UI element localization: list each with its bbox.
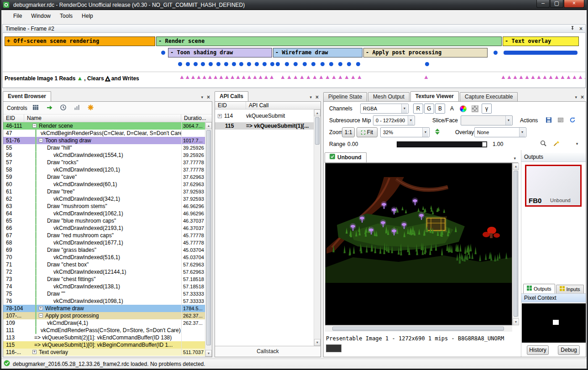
api-call-tree[interactable]: +114vkQueueSubmit115=> vkQueueSubmit(1)[…: [215, 109, 314, 130]
event-row[interactable]: 111vkCmdEndRenderPass(C=Store, D=Store, …: [3, 327, 205, 334]
write-marker[interactable]: ▲: [299, 74, 305, 80]
write-marker[interactable]: ▲: [293, 74, 299, 80]
timeline-event-dot[interactable]: [294, 62, 298, 66]
column-name[interactable]: Name: [24, 115, 181, 122]
event-row[interactable]: 115=> vkQueueSubmit(1)[0]: vkBeginComman…: [3, 341, 205, 349]
scroll-down-icon[interactable]: ▼: [205, 350, 212, 357]
slice-face-select[interactable]: ▾: [461, 115, 513, 125]
write-marker[interactable]: ▲: [263, 74, 269, 80]
autofit-range-button[interactable]: [551, 139, 561, 149]
flip-y-button[interactable]: [432, 127, 442, 137]
debug-button[interactable]: Debug: [558, 345, 580, 355]
timeline-event-dot[interactable]: [216, 62, 220, 66]
timeline-event-dot[interactable]: [320, 62, 325, 66]
event-tree[interactable]: 46-111−Render scene3064.7...47vkCmdBegin…: [3, 122, 205, 357]
write-marker[interactable]: ▲: [280, 74, 286, 80]
callstack-footer[interactable]: Callstack: [215, 346, 320, 357]
range-slider-handle[interactable]: [482, 142, 487, 147]
scroll-up-icon[interactable]: ▲: [205, 122, 212, 129]
tab-api-calls[interactable]: API Calls: [215, 91, 248, 101]
write-marker[interactable]: ▲: [213, 74, 219, 80]
event-row[interactable]: 55Draw "hill"39.25926: [3, 144, 205, 151]
event-browser-scrollbar[interactable]: ▲ ▼: [205, 122, 212, 357]
tab-pipeline-state[interactable]: Pipeline State: [323, 92, 367, 101]
event-row[interactable]: 73Draw "chest fittings"57.18518: [3, 276, 205, 283]
write-marker[interactable]: ▲: [331, 74, 337, 80]
write-marker[interactable]: ▲: [196, 74, 202, 80]
write-marker[interactable]: ▲: [224, 74, 230, 80]
dock-close-icon[interactable]: ×: [315, 95, 319, 99]
timeline-dense-events-bar[interactable]: [504, 51, 578, 55]
event-row[interactable]: 113=> vkQueueSubmit(2)[1]: vkEndCommandB…: [3, 334, 205, 341]
custom-display-button[interactable]: [458, 104, 468, 114]
tab-capture-executable[interactable]: Capture Executable: [460, 92, 518, 101]
menu-help[interactable]: Help: [77, 11, 98, 21]
event-row[interactable]: 70vkCmdDrawIndexed(516,1)45.03704: [3, 254, 205, 261]
event-row[interactable]: 116-...+Text overlay511.7037: [3, 349, 205, 356]
write-marker[interactable]: ▲: [423, 74, 429, 80]
event-row[interactable]: 46-111−Render scene3064.7...: [3, 122, 205, 130]
timeline-event-dot[interactable]: [201, 62, 205, 66]
event-row[interactable]: 107-...−Apply post processing262.37...: [3, 312, 205, 319]
write-marker[interactable]: ▲: [325, 74, 331, 80]
event-row[interactable]: 72vkCmdDrawIndexed(12144,1)57.62963: [3, 268, 205, 276]
timeline-event-dot[interactable]: [239, 62, 243, 66]
write-marker[interactable]: ▲: [305, 74, 311, 80]
event-row[interactable]: 59Draw "cave"37.62963: [3, 173, 205, 181]
menu-tools[interactable]: Tools: [55, 11, 77, 21]
alpha-background-button[interactable]: [470, 104, 480, 114]
write-marker[interactable]: ▲: [566, 74, 572, 80]
event-row[interactable]: 69Draw "grass blades"45.03704: [3, 246, 205, 254]
write-marker[interactable]: ▲: [235, 74, 241, 80]
green-channel-toggle[interactable]: G: [424, 104, 434, 114]
timeline-event-dot[interactable]: [178, 62, 182, 66]
write-marker[interactable]: ▲: [530, 74, 536, 80]
tab-inputs[interactable]: Inputs: [556, 285, 584, 293]
mip-select[interactable]: 0 - 1272x690▾: [373, 115, 415, 125]
write-marker[interactable]: ▲: [201, 74, 207, 80]
history-button[interactable]: History: [527, 345, 549, 355]
minimize-button[interactable]: –: [536, 0, 550, 8]
toolbar-overflow-icon[interactable]: ▾: [574, 140, 580, 148]
dock-close-icon[interactable]: ×: [207, 95, 210, 99]
write-marker[interactable]: ▲: [578, 74, 583, 80]
timeline-event-dot[interactable]: [493, 51, 498, 55]
write-marker[interactable]: ▲: [344, 74, 350, 80]
write-marker[interactable]: ▲: [337, 74, 343, 80]
menu-window[interactable]: Window: [26, 11, 55, 21]
event-row[interactable]: 62vkCmdDrawIndexed(342,1)37.92593: [3, 195, 205, 203]
timeline-event-dot[interactable]: [255, 62, 259, 66]
dock-menu-icon[interactable]: ▾: [201, 95, 203, 99]
api-row[interactable]: 115=> vkQueueSubmit(1)[...: [215, 122, 314, 130]
event-row[interactable]: 47vkCmdBeginRenderPass(C=Clear, D=Clear,…: [3, 130, 205, 137]
scroll-thumb[interactable]: [206, 130, 211, 345]
timeline-event-dot[interactable]: [194, 62, 198, 66]
column-duration[interactable]: Duratio...: [181, 115, 212, 122]
timeline-marker-bar[interactable]: - Render scene: [156, 36, 502, 46]
event-row[interactable]: 71Draw "chest box"57.62963: [3, 261, 205, 268]
write-marker[interactable]: ▲: [257, 74, 263, 80]
write-marker[interactable]: ▲: [230, 74, 236, 80]
event-row[interactable]: 61Draw "tree"37.92593: [3, 188, 205, 195]
tab-event-browser[interactable]: Event Browser: [3, 91, 51, 101]
write-marker[interactable]: ▲: [350, 74, 356, 80]
expander-icon[interactable]: −: [32, 124, 37, 128]
timeline-event-dot[interactable]: [338, 62, 342, 66]
find-button[interactable]: [31, 103, 41, 113]
timeline-event-dot[interactable]: [247, 62, 251, 66]
fb0-thumbnail[interactable]: FB0 Unbound: [525, 165, 582, 207]
zoom-range-button[interactable]: [538, 139, 548, 149]
scroll-down-icon[interactable]: ▼: [314, 339, 320, 346]
write-marker[interactable]: ▲: [218, 74, 224, 80]
dock-close-icon[interactable]: ×: [579, 26, 583, 31]
expander-icon[interactable]: +: [218, 114, 222, 118]
write-marker[interactable]: ▲: [524, 74, 530, 80]
stats-button[interactable]: [72, 103, 82, 113]
event-row[interactable]: 60vkCmdDrawIndexed(60,1)37.62963: [3, 181, 205, 188]
texture-vscrollbar[interactable]: ▲ ▼: [512, 163, 519, 325]
event-row[interactable]: 67Draw "red mushroom caps"45.77778: [3, 232, 205, 239]
event-row[interactable]: 78-104+Wireframe draw1784.5...: [3, 305, 205, 312]
write-marker[interactable]: ▲: [252, 74, 258, 80]
scroll-thumb[interactable]: [315, 117, 320, 145]
column-eid[interactable]: EID: [3, 115, 24, 122]
